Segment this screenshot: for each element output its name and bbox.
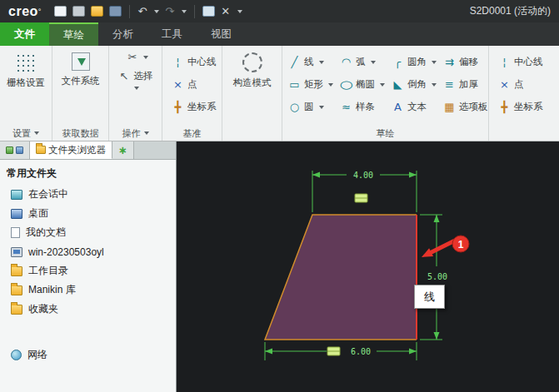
close-window-icon[interactable]: ✕	[221, 6, 230, 17]
settings-group-footer[interactable]: 设置	[2, 126, 50, 141]
circle-icon: ○	[288, 101, 301, 113]
folder-item-desktop[interactable]: 桌面	[0, 204, 176, 223]
point-icon: ×	[172, 78, 184, 91]
creo-window: creo ° ↶ ↷ ✕ S2D0001 (活动的) 文件 草绘 分析 工具 视…	[0, 0, 559, 392]
sidebar-tab-model-tree[interactable]	[0, 141, 30, 159]
chamfer-button[interactable]: ◣ 倒角	[389, 73, 439, 96]
chevron-down-icon	[328, 83, 333, 87]
construction-mode-button[interactable]: 构造模式	[224, 47, 280, 126]
spline-button[interactable]: ≈ 样条	[337, 96, 387, 118]
common-folders-header: 常用文件夹	[0, 163, 176, 185]
ribbon-group-settings: 栅格设置 设置	[0, 46, 52, 141]
favorites-star-icon: ∗	[118, 144, 127, 156]
ribbon-group-operations: ✂ ↖ 选择 操作	[108, 46, 162, 141]
tooltip: 线	[414, 285, 445, 309]
tab-view[interactable]: 视图	[197, 22, 246, 46]
tab-file[interactable]: 文件	[0, 22, 49, 46]
csys-button[interactable]: ╋ 坐标系	[169, 96, 220, 118]
line-button[interactable]: ╱ 线	[286, 51, 336, 73]
save-icon[interactable]	[109, 6, 122, 17]
print-icon[interactable]	[72, 6, 85, 17]
folder-item-my-documents[interactable]: 我的文档	[0, 223, 176, 242]
ribbon-tab-bar: 文件 草绘 分析 工具 视图	[0, 22, 559, 46]
rectangle-button[interactable]: ▭ 矩形	[286, 73, 336, 96]
manikin-library-icon	[11, 285, 22, 295]
centerline-icon: ¦	[498, 56, 511, 68]
chevron-down-icon	[371, 61, 376, 64]
new-file-icon[interactable]	[54, 6, 67, 17]
redo-icon[interactable]: ↷	[165, 6, 174, 17]
select-caret-icon[interactable]	[134, 87, 139, 90]
text-icon: A	[392, 101, 404, 113]
arc-button[interactable]: ◠ 弧	[337, 51, 387, 73]
text-button[interactable]: A 文本	[389, 96, 439, 118]
title-bar: creo ° ↶ ↷ ✕ S2D0001 (活动的)	[0, 0, 559, 22]
favorites-folder-icon	[11, 305, 22, 315]
undo-caret-icon[interactable]	[154, 10, 159, 13]
regenerate-icon[interactable]	[202, 6, 215, 17]
sketch-canvas[interactable]: 4.00 5.00	[177, 141, 559, 392]
construction-csys-button[interactable]: ╋ 坐标系	[496, 96, 557, 118]
cut-icon[interactable]: ✂	[127, 51, 139, 63]
operations-group-footer[interactable]: 操作	[111, 126, 160, 141]
svg-text:1: 1	[458, 239, 464, 251]
open-folder-icon[interactable]	[91, 6, 103, 17]
offset-button[interactable]: ⇉ 偏移	[441, 51, 491, 73]
undo-icon[interactable]: ↶	[137, 6, 147, 17]
working-directory-icon	[11, 266, 22, 276]
centerline-button[interactable]: ¦ 中心线	[169, 51, 220, 73]
folder-icon	[36, 146, 46, 154]
dimension-bottom: 6.00	[265, 342, 417, 360]
dimension-right: 5.00	[420, 215, 447, 340]
chevron-down-icon	[319, 106, 324, 109]
document-title: S2D0001 (活动的)	[470, 4, 551, 18]
spline-icon: ≈	[340, 101, 352, 113]
trapezoid-shape[interactable]	[265, 215, 417, 340]
thicken-button[interactable]: ≡ 加厚	[441, 73, 491, 96]
construction-mode-icon	[242, 52, 262, 72]
sidebar-tab-favorites[interactable]: ∗	[112, 141, 134, 159]
select-button[interactable]: ↖ 选择	[118, 70, 153, 82]
session-icon	[11, 190, 22, 200]
ellipse-icon: ○	[337, 78, 356, 91]
rectangle-icon: ▭	[288, 78, 301, 91]
navigator-tab-bar: 文件夹浏览器 ∗	[0, 141, 176, 160]
tab-sketch[interactable]: 草绘	[49, 22, 98, 46]
ribbon-group-construction: 构造模式	[222, 46, 282, 141]
tab-tools[interactable]: 工具	[147, 22, 197, 46]
quick-access-toolbar: ↶ ↷ ✕	[54, 5, 242, 18]
dimension-value-top[interactable]: 4.00	[353, 171, 373, 180]
folder-item-favorites[interactable]: 收藏夹	[0, 300, 176, 319]
redo-caret-icon[interactable]	[182, 10, 187, 13]
customize-toolbar-caret-icon[interactable]	[237, 10, 242, 13]
dimension-value-bottom[interactable]: 6.00	[351, 347, 371, 356]
layer-tree-icon	[16, 146, 23, 154]
circle-button[interactable]: ○ 圆	[286, 96, 336, 118]
ribbon-group-sketch-datum: ¦ 中心线 × 点 ╋ 坐标系	[488, 46, 559, 141]
grid-settings-button[interactable]: 栅格设置	[2, 47, 50, 126]
construction-centerline-button[interactable]: ¦ 中心线	[496, 51, 557, 73]
chevron-down-icon[interactable]	[143, 56, 148, 59]
chevron-down-icon	[144, 131, 149, 135]
chevron-down-icon	[34, 131, 39, 135]
centerline-icon: ¦	[172, 56, 184, 68]
toolbar-divider	[129, 5, 130, 18]
network-globe-icon	[11, 350, 22, 360]
sidebar-tab-folder-browser[interactable]: 文件夹浏览器	[30, 141, 112, 159]
point-button[interactable]: × 点	[169, 73, 220, 96]
file-system-button[interactable]: 文件系统	[54, 47, 107, 126]
palette-button[interactable]: ▦ 选项板	[441, 96, 491, 118]
folder-item-computer[interactable]: win-20230503oyl	[0, 242, 176, 261]
callout-arrow	[422, 241, 455, 257]
fillet-button[interactable]: ╭ 圆角	[389, 51, 439, 73]
folder-item-network[interactable]: 网络	[0, 345, 176, 365]
dimension-value-right[interactable]: 5.00	[427, 272, 447, 281]
construction-point-button[interactable]: × 点	[496, 73, 557, 96]
folder-item-working-directory[interactable]: 工作目录	[0, 261, 176, 280]
tab-analysis[interactable]: 分析	[98, 22, 147, 46]
ellipse-button[interactable]: ○ 椭圆	[337, 73, 387, 96]
dim-handle-top[interactable]	[355, 194, 367, 202]
folder-item-in-session[interactable]: 在会话中	[0, 185, 176, 204]
dim-handle-bottom[interactable]	[327, 347, 340, 355]
folder-item-manikin-library[interactable]: Manikin 库	[0, 280, 176, 300]
